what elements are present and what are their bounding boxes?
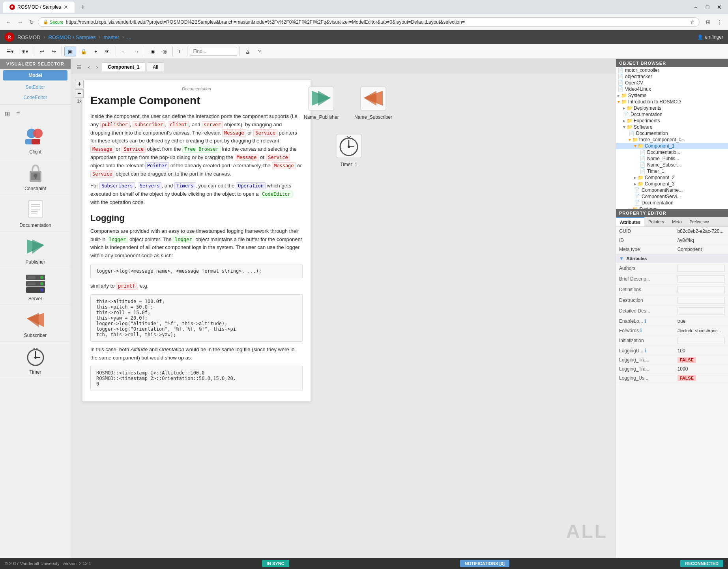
- toolbar-select[interactable]: ▣: [64, 47, 76, 56]
- zoom-out-button[interactable]: −: [75, 89, 84, 98]
- toolbar-eye[interactable]: 👁: [102, 47, 113, 56]
- sidebar-item-publisher[interactable]: Publisher: [0, 232, 71, 268]
- detailed-input[interactable]: [677, 307, 725, 314]
- toolbar-grid-view[interactable]: ⊞▾: [18, 47, 32, 56]
- tab-prev-button[interactable]: ‹: [86, 63, 92, 71]
- toolbar-add[interactable]: +: [91, 47, 101, 56]
- tab-pointers[interactable]: Pointers: [644, 217, 668, 226]
- tree-item[interactable]: 📄ComponentServi...: [616, 193, 728, 200]
- tree-item[interactable]: 📄Documentation: [616, 130, 728, 137]
- model-button[interactable]: Model: [3, 70, 67, 80]
- grid-icon-btn[interactable]: ⊞: [3, 109, 11, 119]
- tree-item[interactable]: ▸📁Deployments: [616, 105, 728, 111]
- prop-val-authors[interactable]: [674, 263, 728, 274]
- zoom-in-button[interactable]: +: [75, 80, 84, 88]
- sidebar-item-timer[interactable]: Timer: [0, 342, 71, 378]
- breadcrumb-branch[interactable]: master: [103, 34, 119, 40]
- tree-item[interactable]: ▸📁Experiments: [616, 118, 728, 124]
- badge-notifications[interactable]: NOTIFICATIONS [0]: [460, 560, 509, 567]
- back-button[interactable]: ←: [3, 17, 13, 27]
- set-editor-link[interactable]: SetEditor: [0, 82, 71, 92]
- canvas-area[interactable]: + − 1x Documentation Example Component I…: [71, 73, 616, 558]
- new-tab-button[interactable]: +: [78, 2, 88, 13]
- tree-item[interactable]: ▸📁Systems: [616, 206, 728, 209]
- breadcrumb-more[interactable]: ...: [127, 34, 131, 40]
- find-input[interactable]: [190, 47, 237, 56]
- tree-item[interactable]: ▸📁Component_3: [616, 181, 728, 187]
- tree-item[interactable]: 📄Documentation: [616, 200, 728, 206]
- prop-val-initialization[interactable]: [674, 335, 728, 346]
- toolbar-arrow-left[interactable]: ←: [118, 47, 130, 56]
- prop-val-destruction[interactable]: [674, 295, 728, 306]
- tree-item[interactable]: 📄Documentation: [616, 111, 728, 118]
- prop-val-brief[interactable]: [674, 274, 728, 284]
- tree-item[interactable]: 📄motor_controller: [616, 67, 728, 73]
- maximize-button[interactable]: □: [702, 2, 713, 13]
- destruction-input[interactable]: [677, 297, 725, 304]
- toolbar-arrow-right[interactable]: →: [131, 47, 142, 56]
- canvas-node-subscriber[interactable]: Name_Subscriber: [354, 84, 392, 120]
- browser-tab[interactable]: R ROSMOD / Samples ✕: [3, 2, 75, 13]
- tree-item[interactable]: ▾📁three_component_c...: [616, 137, 728, 143]
- brief-input[interactable]: [677, 275, 725, 283]
- toolbar-lock[interactable]: 🔒: [77, 47, 90, 56]
- tab-component1[interactable]: Component_1: [102, 62, 145, 71]
- initialization-input[interactable]: [677, 337, 725, 344]
- prop-val-detailed[interactable]: [674, 306, 728, 316]
- tree-item[interactable]: 📄OpenCV: [616, 80, 728, 86]
- badge-reconnected[interactable]: RECONNECTED: [680, 560, 723, 567]
- tree-item[interactable]: 📄Documentatio...: [616, 149, 728, 155]
- breadcrumb-project[interactable]: ROSMOD / Samples: [49, 34, 96, 40]
- address-bar[interactable]: 🔒 Secure https://rosmod.rcps.isis.vander…: [38, 17, 700, 27]
- tree-item[interactable]: 📄Video4Linux: [616, 86, 728, 92]
- tab-attributes[interactable]: Attributes: [616, 217, 644, 226]
- tab-all[interactable]: All: [147, 62, 164, 71]
- tree-item[interactable]: ▸📁Systems: [616, 92, 728, 99]
- tab-meta[interactable]: Meta: [668, 217, 685, 226]
- toolbar-connect[interactable]: ◉: [148, 47, 158, 56]
- property-scrollable[interactable]: GUID b82c0eb2-e2ac-720... ID /v/0/f/i/q …: [616, 227, 728, 558]
- tree-item[interactable]: ▸📁Component_2: [616, 174, 728, 181]
- tree-item[interactable]: ▾📁Introduction to ROSMOD: [616, 99, 728, 105]
- sidebar-item-constraint[interactable]: Constraint: [0, 158, 71, 195]
- forward-button[interactable]: →: [15, 17, 25, 27]
- bookmark-icon[interactable]: ☆: [690, 19, 694, 25]
- tab-list-button[interactable]: ☰: [74, 63, 84, 71]
- tab-next-button[interactable]: ›: [94, 63, 101, 71]
- tree-item[interactable]: 📄Name_Subscr...: [616, 162, 728, 168]
- sidebar-item-documentation[interactable]: Documentation: [0, 195, 71, 232]
- tab-close-btn[interactable]: ✕: [64, 4, 68, 10]
- tree-item[interactable]: ▾📁Component_1: [616, 143, 728, 149]
- menu-button[interactable]: ⋮: [715, 18, 725, 26]
- refresh-button[interactable]: ↻: [27, 17, 36, 27]
- sidebar-item-subscriber[interactable]: Subscriber: [0, 305, 71, 342]
- code-editor-link[interactable]: CodeEditor: [0, 92, 71, 103]
- prop-val-definitions[interactable]: [674, 284, 728, 295]
- badge-sync[interactable]: IN SYNC: [262, 560, 289, 567]
- canvas-node-publisher[interactable]: Name_Publisher: [304, 84, 339, 120]
- list-icon-btn[interactable]: ≡: [15, 109, 21, 119]
- close-button[interactable]: ✕: [714, 2, 725, 13]
- tree-container[interactable]: 📄motor_controller📄objecttracker📄OpenCV📄V…: [616, 67, 728, 209]
- toolbar-text[interactable]: T: [175, 47, 185, 56]
- tree-item[interactable]: 📄Timer_1: [616, 168, 728, 174]
- tree-item[interactable]: ▾📁Software: [616, 124, 728, 130]
- tree-item[interactable]: 📄ComponentName...: [616, 187, 728, 193]
- toolbar-undo[interactable]: ↩: [37, 47, 47, 56]
- canvas-node-timer[interactable]: Timer_1: [335, 132, 363, 167]
- definitions-input[interactable]: [677, 286, 725, 293]
- toolbar-list-view[interactable]: ☰▾: [3, 47, 17, 56]
- authors-input[interactable]: [677, 265, 725, 272]
- toolbar-print[interactable]: 🖨: [242, 47, 254, 56]
- sidebar-item-client[interactable]: Client: [0, 122, 71, 158]
- toolbar-redo[interactable]: ↪: [49, 47, 59, 56]
- tree-item[interactable]: 📄Name_Publis...: [616, 155, 728, 162]
- toolbar-target[interactable]: ◎: [159, 47, 170, 56]
- minimize-button[interactable]: −: [690, 2, 701, 13]
- toolbar-help[interactable]: ?: [255, 47, 264, 56]
- tree-item[interactable]: 📄objecttracker: [616, 73, 728, 80]
- false-badge-1[interactable]: FALSE: [677, 357, 696, 363]
- section-toggle[interactable]: ▼: [619, 256, 624, 261]
- tab-preference[interactable]: Preference: [686, 217, 713, 226]
- extensions-button[interactable]: ⊞: [704, 18, 713, 26]
